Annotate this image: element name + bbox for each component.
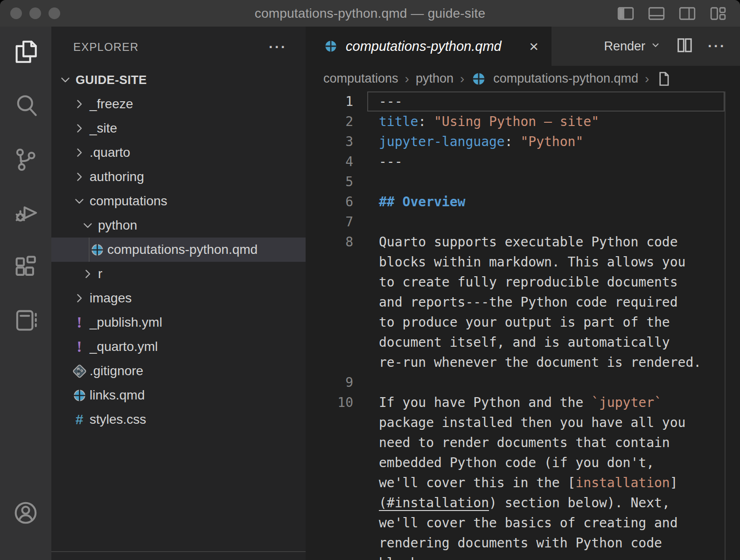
- activity-extensions[interactable]: [12, 253, 39, 280]
- code-line[interactable]: blocks within markdown. This allows you: [306, 252, 740, 272]
- tree-item-styles-css[interactable]: #styles.css: [51, 407, 306, 432]
- code-text: need to render documents that contain: [367, 433, 725, 453]
- code-line[interactable]: 10If you have Python and the `jupyter`: [306, 392, 740, 413]
- explorer-more-actions-button[interactable]: ···: [269, 40, 287, 54]
- activity-explorer[interactable]: [12, 38, 39, 65]
- tree-item--site[interactable]: _site: [51, 116, 306, 140]
- chevron-right-icon: [71, 290, 88, 307]
- tree-item--publish-yml[interactable]: !_publish.yml: [51, 310, 306, 335]
- code-line[interactable]: 4---: [306, 152, 740, 172]
- sidebar-header: EXPLORER ···: [51, 27, 306, 68]
- tree-item-label: .gitignore: [90, 364, 143, 378]
- code-line[interactable]: 6## Overview: [306, 192, 740, 212]
- tree-item-computations-python-qmd[interactable]: computations-python.qmd: [51, 238, 306, 262]
- outline-section-header[interactable]: OUTLINE: [51, 553, 306, 560]
- breadcrumb-item-python[interactable]: python: [416, 71, 454, 86]
- code-line[interactable]: 9: [306, 372, 740, 392]
- minimize-window-button[interactable]: [29, 7, 41, 19]
- line-number: [306, 292, 367, 312]
- code-text: re-run whenever the document is rendered…: [367, 352, 725, 372]
- tree-item--quarto-yml[interactable]: !_quarto.yml: [51, 335, 306, 359]
- code-text: [367, 372, 725, 392]
- code-line[interactable]: embedded Python code (if you don't,: [306, 453, 740, 473]
- traffic-lights: [10, 7, 60, 19]
- code-line[interactable]: 3jupyter-language: "Python": [306, 132, 740, 152]
- line-number: [306, 493, 367, 513]
- extensions-icon: [12, 253, 39, 280]
- breadcrumb-item-computations-python-qmd[interactable]: computations-python.qmd: [493, 71, 638, 86]
- code-line[interactable]: we'll cover this in the [installation]: [306, 473, 740, 493]
- quarto-file-icon: [89, 241, 105, 258]
- tree-item-label: .quarto: [90, 145, 130, 160]
- tree-item-authoring[interactable]: authoring: [51, 165, 306, 189]
- code-line[interactable]: we'll cover the basics of creating and: [306, 513, 740, 533]
- activity-source-control[interactable]: [12, 146, 39, 173]
- breadcrumb-separator: ›: [645, 71, 649, 86]
- code-line[interactable]: document itself, and is automatically: [306, 332, 740, 352]
- line-number: 10: [306, 392, 367, 413]
- code-line[interactable]: and reports---the Python code required: [306, 292, 740, 312]
- code-text: blocks.: [367, 553, 725, 560]
- activity-notebook[interactable]: [12, 307, 39, 334]
- line-number: 5: [306, 172, 367, 192]
- account-button[interactable]: [12, 499, 39, 526]
- activity-run-debug[interactable]: [12, 199, 39, 226]
- breadcrumb-item-computations[interactable]: computations: [323, 71, 398, 86]
- code-text: [367, 172, 725, 192]
- code-line[interactable]: 7: [306, 212, 740, 232]
- line-number: [306, 312, 367, 332]
- yaml-file-icon: !: [71, 314, 88, 331]
- code-line[interactable]: 8Quarto supports executable Python code: [306, 232, 740, 252]
- symbol-file-icon: [656, 70, 672, 87]
- customize-layout-icon[interactable]: [708, 4, 728, 23]
- code-text: jupyter-language: "Python": [367, 132, 725, 152]
- editor-more-actions-button[interactable]: ···: [708, 39, 726, 53]
- tree-item-computations[interactable]: computations: [51, 189, 306, 213]
- code-line[interactable]: (#installation) section below). Next,: [306, 493, 740, 513]
- tree-item-images[interactable]: images: [51, 286, 306, 310]
- code-line[interactable]: re-run whenever the document is rendered…: [306, 352, 740, 372]
- split-editor-button[interactable]: [675, 36, 694, 56]
- code-line[interactable]: 5: [306, 172, 740, 192]
- render-button[interactable]: Render: [604, 39, 661, 54]
- line-number: [306, 553, 367, 560]
- tree-item--freeze[interactable]: _freeze: [51, 92, 306, 116]
- code-line[interactable]: package installed then you have all you: [306, 413, 740, 433]
- breadcrumb-separator: ›: [460, 71, 464, 86]
- tree-item-label: _publish.yml: [90, 315, 162, 330]
- tab-bar: computations-python.qmd × Render ···: [306, 27, 740, 66]
- tree-item-links-qmd[interactable]: links.qmd: [51, 383, 306, 407]
- code-line[interactable]: 2title: "Using Python — site": [306, 112, 740, 132]
- code-line[interactable]: to create fully reproducible documents: [306, 272, 740, 292]
- code-line[interactable]: 1---: [306, 91, 740, 112]
- tree-item-guide-site[interactable]: GUIDE-SITE: [51, 68, 306, 92]
- code-text: to create fully reproducible documents: [367, 272, 725, 292]
- tab-computations-python-qmd[interactable]: computations-python.qmd ×: [306, 27, 552, 66]
- code-line[interactable]: to produce your output is part of the: [306, 312, 740, 332]
- tab-close-icon[interactable]: ×: [527, 38, 540, 54]
- quarto-file-icon: [471, 71, 487, 87]
- code-text: document itself, and is automatically: [367, 332, 725, 352]
- tree-item-label: r: [98, 266, 102, 281]
- code-text: blocks within markdown. This allows you: [367, 252, 725, 272]
- line-number: 3: [306, 132, 367, 152]
- tree-item-label: python: [98, 218, 137, 233]
- tree-item-python[interactable]: python: [51, 213, 306, 238]
- code-text: embedded Python code (if you don't,: [367, 453, 725, 473]
- activity-search[interactable]: [12, 92, 39, 119]
- tree-item-label: _site: [90, 121, 117, 136]
- code-editor[interactable]: 1---2title: "Using Python — site"3jupyte…: [306, 91, 740, 560]
- toggle-primary-sidebar-icon[interactable]: [616, 4, 635, 23]
- toggle-secondary-sidebar-icon[interactable]: [677, 4, 697, 23]
- code-line[interactable]: need to render documents that contain: [306, 433, 740, 453]
- zoom-window-button[interactable]: [49, 7, 60, 19]
- toggle-panel-icon[interactable]: [647, 4, 666, 23]
- file-tree: GUIDE-SITE_freeze_site.quartoauthoringco…: [51, 68, 306, 432]
- code-line[interactable]: blocks.: [306, 553, 740, 560]
- tree-item--gitignore[interactable]: .gitignore: [51, 359, 306, 383]
- close-window-button[interactable]: [10, 7, 22, 19]
- tree-item-r[interactable]: r: [51, 262, 306, 286]
- line-number: 2: [306, 112, 367, 132]
- code-line[interactable]: rendering documents with Python code: [306, 533, 740, 553]
- tree-item--quarto[interactable]: .quarto: [51, 140, 306, 165]
